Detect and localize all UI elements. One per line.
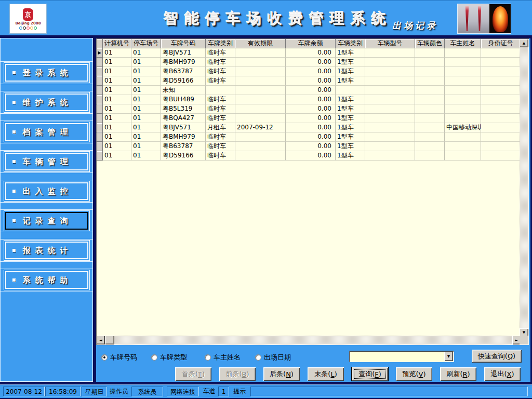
toolbar-button-5[interactable]: 查询(F)	[352, 367, 388, 381]
toolbar-button-7[interactable]: 刷新(R)	[440, 367, 476, 381]
table-cell: 1型车	[336, 114, 365, 123]
column-header[interactable]: 停车场号	[131, 39, 161, 48]
table-cell: 0.00	[286, 114, 336, 123]
table-cell	[415, 48, 445, 58]
horizontal-scroll-track[interactable]	[114, 336, 512, 344]
radio-2[interactable]: 车牌类型	[151, 353, 187, 362]
table-row[interactable]: 0101粤BQA427临时车0.001型车	[97, 114, 528, 123]
table-row[interactable]: 0101粤B5L319临时车0.001型车	[97, 104, 528, 114]
radio-label: 出场日期	[264, 353, 291, 362]
table-cell	[365, 104, 415, 114]
records-grid: 计算机号停车场号车牌号码车牌类别有效期限车牌余额车辆类别车辆型号车辆颜色车主姓名…	[96, 38, 529, 345]
radio-circle-icon[interactable]	[151, 354, 157, 361]
table-cell	[415, 67, 445, 76]
table-row[interactable]: 0101粤BMH979临时车0.001型车	[97, 58, 528, 67]
radio-circle-icon[interactable]	[101, 354, 108, 361]
column-header[interactable]: 有效期限	[235, 39, 286, 48]
table-row[interactable]: 0101粤B63787临时车0.001型车	[97, 142, 528, 151]
network-status: 网络连接	[167, 387, 199, 396]
sidebar-item-7[interactable]: 报表统计	[5, 242, 88, 259]
scroll-left-icon[interactable]: ◄	[97, 336, 105, 344]
row-selector	[97, 58, 103, 67]
column-header[interactable]: 车主姓名	[445, 39, 481, 48]
sidebar-menu: 登录系统维护系统档案管理车辆管理出入监控记录查询报表统计系统帮助	[0, 38, 93, 382]
table-cell	[445, 132, 481, 142]
table-cell	[481, 95, 521, 104]
toolbar-button-8[interactable]: 退出(X)	[484, 367, 521, 381]
table-cell: 临时车	[206, 76, 235, 86]
table-row[interactable]: 0101粤BUH489临时车0.001型车	[97, 95, 528, 104]
table-cell	[235, 67, 286, 76]
column-header[interactable]: 车辆类别	[336, 39, 365, 48]
radio-3[interactable]: 车主姓名	[205, 353, 241, 362]
table-row[interactable]: 0101未知0.00	[97, 86, 528, 95]
table-cell: 01	[103, 104, 131, 114]
combo-dropdown-icon[interactable]: ▼	[444, 352, 453, 361]
table-row[interactable]: 0101粤B63787临时车0.001型车	[97, 67, 528, 76]
quick-search-combobox[interactable]: ▼	[349, 351, 454, 362]
table-row[interactable]: 0101粤D59166临时车0.001型车	[97, 76, 528, 86]
sidebar-item-2[interactable]: 维护系统	[5, 94, 88, 111]
toolbar-button-4[interactable]: 末条(L)	[308, 367, 344, 381]
sidebar-spacer	[0, 202, 93, 210]
table-cell: 1型车	[336, 76, 365, 86]
status-weekday: 星期日	[82, 387, 107, 396]
column-header[interactable]: 车牌余额	[286, 39, 336, 48]
sidebar-item-label: 系统帮助	[23, 275, 73, 285]
column-header[interactable]: 车牌类别	[206, 39, 235, 48]
column-header[interactable]: 车辆型号	[365, 39, 415, 48]
horizontal-scroll-thumb[interactable]	[105, 336, 114, 344]
table-cell	[365, 114, 415, 123]
column-header[interactable]: 身份证号	[481, 39, 521, 48]
column-header[interactable]: 计算机号	[103, 39, 131, 48]
table-cell: 月租车	[206, 123, 235, 132]
table-cell: 01	[103, 151, 131, 161]
toolbar-button-3[interactable]: 后条(N)	[263, 367, 300, 381]
app-title: 智能停车场收费管理系统	[164, 9, 392, 29]
table-cell	[415, 95, 445, 104]
table-cell: 临时车	[206, 114, 235, 123]
column-header[interactable]: 车牌号码	[161, 39, 206, 48]
table-cell: 粤BMH979	[161, 58, 206, 67]
bullet-icon	[12, 190, 16, 193]
radio-circle-icon[interactable]	[205, 354, 211, 361]
table-row[interactable]: ▶0101粤BJV571临时车0.001型车	[97, 48, 528, 58]
table-row[interactable]: 0101粤D59166临时车0.001型车	[97, 151, 528, 161]
table-cell	[235, 151, 286, 161]
vertical-scroll-track[interactable]	[520, 47, 528, 328]
table-cell	[415, 104, 445, 114]
table-cell	[445, 76, 481, 86]
toolbar-button-6[interactable]: 预览(V)	[396, 367, 432, 381]
sidebar-item-4[interactable]: 车辆管理	[5, 153, 88, 170]
table-row[interactable]: 0101粤BMH979临时车0.001型车	[97, 132, 528, 142]
radio-1[interactable]: 车牌号码	[101, 353, 137, 362]
table-cell	[445, 48, 481, 58]
table-cell: 1型车	[336, 151, 365, 161]
app-window: 京 Beijing 2008 智能停车场收费管理系统 出场记录 登录系统维护系统…	[0, 0, 532, 399]
table-cell: 0.00	[286, 48, 336, 58]
sidebar-item-3[interactable]: 档案管理	[5, 123, 88, 141]
sidebar-item-6[interactable]: 记录查询	[5, 212, 88, 230]
sidebar-item-8[interactable]: 系统帮助	[5, 271, 88, 289]
quick-search-input[interactable]	[349, 351, 444, 362]
table-cell: 01	[103, 58, 131, 67]
quick-query-button[interactable]: 快速查询(Q)	[472, 350, 522, 363]
sidebar-cell: 记录查询	[0, 209, 93, 232]
column-header[interactable]: 车辆颜色	[415, 39, 445, 48]
sidebar-cell: 档案管理	[0, 121, 93, 143]
table-cell	[445, 151, 481, 161]
table-row[interactable]: 0101粤BJV571月租车2007-09-120.001型车中国移动深圳	[97, 123, 528, 132]
row-selector	[97, 151, 103, 161]
sidebar-spacer	[0, 261, 93, 269]
olympic-torch-image	[457, 4, 511, 34]
radio-circle-icon[interactable]	[255, 354, 261, 361]
toolbar-button-2: 前条(B)	[219, 367, 256, 381]
radio-4[interactable]: 出场日期	[255, 353, 291, 362]
horizontal-scrollbar[interactable]: ◄ ►	[97, 336, 521, 344]
vertical-scrollbar[interactable]: ▲ ▼	[520, 39, 528, 337]
sidebar-item-1[interactable]: 登录系统	[5, 64, 88, 82]
sidebar-item-5[interactable]: 出入监控	[5, 182, 88, 200]
table-cell: 1型车	[336, 58, 365, 67]
table-cell: 01	[103, 132, 131, 142]
scroll-up-icon[interactable]: ▲	[520, 39, 528, 47]
